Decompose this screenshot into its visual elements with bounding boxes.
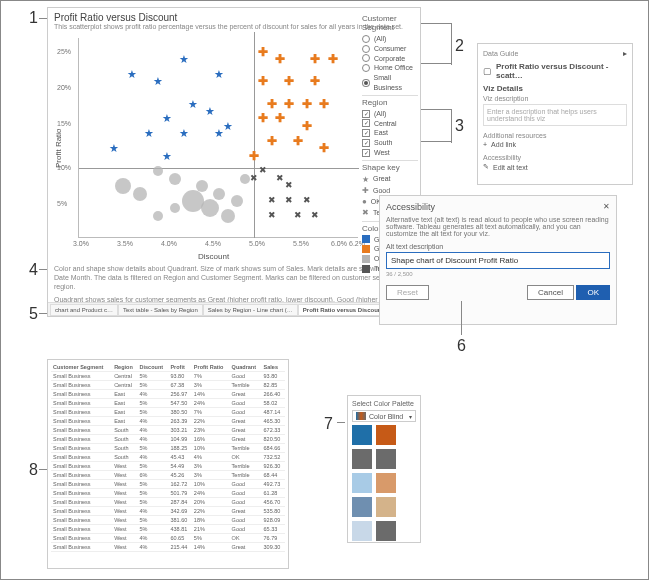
scatter-mark[interactable]: ✚ xyxy=(275,52,285,66)
table-header[interactable]: Customer Segment xyxy=(51,363,112,372)
palette-color[interactable] xyxy=(376,521,396,541)
table-row[interactable]: Small BusinessEast4%263.3922%Great465.30 xyxy=(51,417,285,426)
scatter-mark[interactable] xyxy=(213,188,225,200)
table-row[interactable]: Small BusinessWest4%60.655%OK76.79 xyxy=(51,534,285,543)
table-row[interactable]: Small BusinessWest5%162.7210%Good492.73 xyxy=(51,480,285,489)
table-row[interactable]: Small BusinessEast5%380.507%Good487.14 xyxy=(51,408,285,417)
table-header[interactable]: Profit xyxy=(168,363,191,372)
scatter-mark[interactable]: ✖ xyxy=(285,180,293,190)
table-row[interactable]: Small BusinessCentral5%67.383%Terrible82… xyxy=(51,381,285,390)
palette-color[interactable] xyxy=(352,473,372,493)
palette-color[interactable] xyxy=(376,425,396,445)
region-option[interactable]: ✓South xyxy=(362,138,418,148)
scatter-mark[interactable]: ✚ xyxy=(267,134,277,148)
reset-button[interactable]: Reset xyxy=(386,285,429,300)
palette-color[interactable] xyxy=(352,425,372,445)
table-row[interactable]: Small BusinessCentral5%93.807%Good93.80 xyxy=(51,372,285,381)
table-row[interactable]: Small BusinessWest4%215.4414%Great309.30 xyxy=(51,543,285,552)
scatter-mark[interactable] xyxy=(153,211,163,221)
scatter-mark[interactable] xyxy=(240,174,250,184)
table-row[interactable]: Small BusinessWest5%287.8420%Good456.70 xyxy=(51,498,285,507)
cancel-button[interactable]: Cancel xyxy=(527,285,574,300)
palette-color[interactable] xyxy=(352,497,372,517)
scatter-mark[interactable]: ✖ xyxy=(259,165,267,175)
table-row[interactable]: Small BusinessSouth5%188.2510%Terrible68… xyxy=(51,444,285,453)
close-icon[interactable]: ✕ xyxy=(603,202,610,212)
scatter-mark[interactable]: ✖ xyxy=(250,173,258,183)
table-row[interactable]: Small BusinessWest5%54.493%Terrible926.3… xyxy=(51,462,285,471)
plot-area[interactable]: 25% 20% 15% 10% 5% 3.0% 3.5% 4.0% 4.5% 5… xyxy=(78,38,358,238)
table-row[interactable]: Small BusinessSouth4%104.9916%Great820.5… xyxy=(51,435,285,444)
scatter-mark[interactable] xyxy=(231,195,243,207)
table-row[interactable]: Small BusinessSouth4%303.2123%Great672.3… xyxy=(51,426,285,435)
viz-desc-input[interactable]: Enter a description that helps users und… xyxy=(483,104,627,126)
scatter-mark[interactable]: ✚ xyxy=(258,111,268,125)
scatter-mark[interactable]: ✚ xyxy=(284,74,294,88)
scatter-mark[interactable]: ✚ xyxy=(258,74,268,88)
table-row[interactable]: Small BusinessWest4%342.6922%Great535.80 xyxy=(51,507,285,516)
palette-color[interactable] xyxy=(376,497,396,517)
scatter-mark[interactable]: ✚ xyxy=(319,141,329,155)
table-row[interactable]: Small BusinessEast4%256.9714%Great266.40 xyxy=(51,390,285,399)
scatter-mark[interactable]: ✚ xyxy=(328,52,338,66)
sheet-tab[interactable]: Sales by Region - Line chart (… xyxy=(203,304,298,316)
palette-color[interactable] xyxy=(352,521,372,541)
scatter-mark[interactable]: ✚ xyxy=(267,97,277,111)
scatter-mark[interactable]: ★ xyxy=(179,53,189,66)
scatter-mark[interactable] xyxy=(115,178,131,194)
scatter-mark[interactable] xyxy=(169,173,181,185)
scatter-mark[interactable]: ★ xyxy=(109,142,119,155)
table-header[interactable]: Region xyxy=(112,363,137,372)
scatter-mark[interactable]: ★ xyxy=(188,98,198,111)
region-option[interactable]: ✓West xyxy=(362,148,418,158)
scatter-mark[interactable]: ★ xyxy=(214,68,224,81)
segment-option[interactable]: Small Business xyxy=(362,73,418,93)
table-row[interactable]: Small BusinessWest5%501.7924%Good61.28 xyxy=(51,489,285,498)
scatter-mark[interactable]: ✚ xyxy=(249,149,259,163)
region-option[interactable]: ✓East xyxy=(362,128,418,138)
table-row[interactable]: Small BusinessEast5%547.5024%Good58.02 xyxy=(51,399,285,408)
scatter-mark[interactable] xyxy=(196,180,208,192)
palette-color[interactable] xyxy=(352,449,372,469)
palette-grid[interactable] xyxy=(352,425,416,541)
table-row[interactable]: Small BusinessWest5%438.8121%Good65.33 xyxy=(51,525,285,534)
scatter-mark[interactable]: ✚ xyxy=(302,97,312,111)
scatter-mark[interactable]: ✖ xyxy=(276,173,284,183)
scatter-mark[interactable]: ✖ xyxy=(268,195,276,205)
scatter-mark[interactable]: ✖ xyxy=(268,210,276,220)
scatter-mark[interactable]: ✚ xyxy=(319,97,329,111)
scatter-mark[interactable]: ✖ xyxy=(294,210,302,220)
sheet-tabs[interactable]: chart and Product c…Text table - Sales b… xyxy=(48,302,420,316)
scatter-mark[interactable]: ✚ xyxy=(258,45,268,59)
sheet-tab[interactable]: Text table - Sales by Region xyxy=(118,304,203,316)
data-table-view[interactable]: Customer SegmentRegionDiscountProfitProf… xyxy=(47,359,289,569)
region-option[interactable]: ✓Central xyxy=(362,119,418,129)
segment-option[interactable]: Corporate xyxy=(362,54,418,64)
alt-text-input[interactable]: Shape chart of Discount Profit Ratio xyxy=(386,252,610,269)
scatter-mark[interactable]: ✚ xyxy=(293,134,303,148)
add-link-button[interactable]: +Add link xyxy=(483,141,627,148)
segment-option[interactable]: Consumer xyxy=(362,44,418,54)
edit-alt-text-button[interactable]: ✎Edit alt text xyxy=(483,163,627,171)
scatter-mark[interactable]: ★ xyxy=(127,68,137,81)
scatter-mark[interactable] xyxy=(201,199,219,217)
scatter-mark[interactable]: ✖ xyxy=(303,195,311,205)
region-option[interactable]: ✓(All) xyxy=(362,109,418,119)
scatter-mark[interactable]: ✚ xyxy=(310,74,320,88)
scatter-mark[interactable] xyxy=(170,203,180,213)
scatter-mark[interactable]: ✖ xyxy=(311,210,319,220)
chevron-right-icon[interactable]: ▸ xyxy=(623,49,627,58)
table-row[interactable]: Small BusinessWest6%45.263%Terrible68.44 xyxy=(51,471,285,480)
table-header[interactable]: Quadrant xyxy=(230,363,262,372)
table-header[interactable]: Profit Ratio xyxy=(192,363,230,372)
palette-dropdown[interactable]: Color Blind ▾ xyxy=(352,410,416,422)
scatter-mark[interactable]: ★ xyxy=(162,112,172,125)
scatter-mark[interactable]: ★ xyxy=(179,127,189,140)
scatter-mark[interactable] xyxy=(153,166,163,176)
sheet-tab[interactable]: chart and Product c… xyxy=(50,304,118,316)
palette-color[interactable] xyxy=(376,473,396,493)
scatter-mark[interactable]: ★ xyxy=(223,120,233,133)
scatter-mark[interactable]: ★ xyxy=(153,75,163,88)
segment-option[interactable]: Home Office xyxy=(362,63,418,73)
segment-option[interactable]: (All) xyxy=(362,34,418,44)
